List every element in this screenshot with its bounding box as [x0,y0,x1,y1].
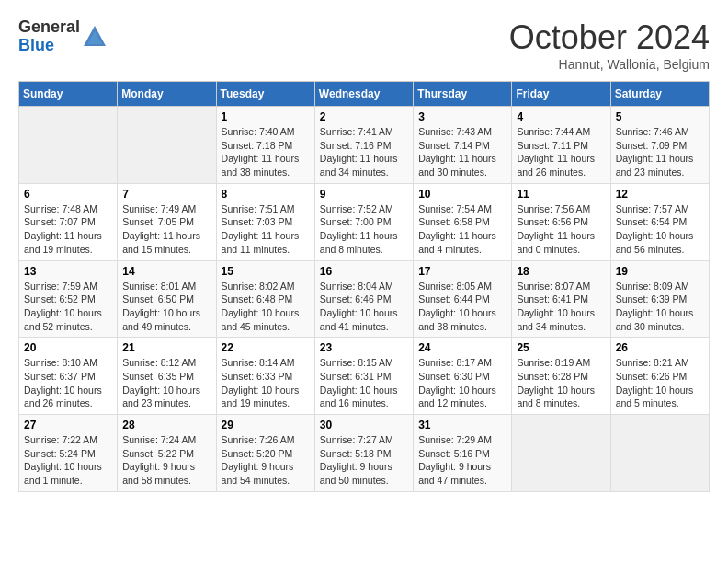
calendar-cell: 23Sunrise: 8:15 AMSunset: 6:31 PMDayligh… [314,338,413,415]
calendar-cell: 30Sunrise: 7:27 AMSunset: 5:18 PMDayligh… [314,415,413,492]
day-number: 30 [320,419,408,431]
calendar-cell: 12Sunrise: 7:57 AMSunset: 6:54 PMDayligh… [610,183,709,260]
day-detail: Sunrise: 7:43 AMSunset: 7:14 PMDaylight:… [418,125,506,179]
day-number: 10 [418,188,506,201]
day-detail: Sunrise: 7:51 AMSunset: 7:03 PMDaylight:… [222,202,310,257]
calendar-cell: 9Sunrise: 7:52 AMSunset: 7:00 PMDaylight… [314,183,413,260]
day-number: 19 [616,265,704,278]
day-number: 25 [517,341,605,354]
day-number: 4 [517,110,605,123]
logo-blue-text: Blue [18,37,80,55]
day-number: 12 [616,188,704,201]
calendar-cell: 14Sunrise: 8:01 AMSunset: 6:50 PMDayligh… [118,260,216,338]
day-number: 13 [24,265,112,278]
calendar-cell: 28Sunrise: 7:24 AMSunset: 5:22 PMDayligh… [118,415,216,492]
calendar-cell: 7Sunrise: 7:49 AMSunset: 7:05 PMDaylight… [118,183,216,260]
calendar-cell: 3Sunrise: 7:43 AMSunset: 7:14 PMDaylight… [414,107,512,184]
day-detail: Sunrise: 8:17 AMSunset: 6:30 PMDaylight:… [418,356,506,410]
day-detail: Sunrise: 7:27 AMSunset: 5:18 PMDaylight:… [320,433,408,488]
day-detail: Sunrise: 8:05 AMSunset: 6:44 PMDaylight:… [418,280,506,334]
day-detail: Sunrise: 7:49 AMSunset: 7:05 PMDaylight:… [122,202,210,257]
day-number: 1 [222,110,310,123]
column-header-tuesday: Tuesday [216,82,314,107]
calendar-cell: 18Sunrise: 8:07 AMSunset: 6:41 PMDayligh… [512,260,610,338]
calendar-cell: 17Sunrise: 8:05 AMSunset: 6:44 PMDayligh… [414,260,512,338]
day-number: 7 [122,188,210,201]
day-detail: Sunrise: 8:02 AMSunset: 6:48 PMDaylight:… [222,280,310,334]
day-number: 21 [122,341,210,354]
day-detail: Sunrise: 7:54 AMSunset: 6:58 PMDaylight:… [418,202,506,257]
calendar-cell: 10Sunrise: 7:54 AMSunset: 6:58 PMDayligh… [414,183,512,260]
day-number: 15 [222,265,310,278]
calendar-cell [19,107,118,184]
calendar-cell: 16Sunrise: 8:04 AMSunset: 6:46 PMDayligh… [314,260,413,338]
calendar-cell: 22Sunrise: 8:14 AMSunset: 6:33 PMDayligh… [216,338,314,415]
calendar-cell: 15Sunrise: 8:02 AMSunset: 6:48 PMDayligh… [216,260,314,338]
day-number: 17 [418,265,506,278]
calendar-week-row: 27Sunrise: 7:22 AMSunset: 5:24 PMDayligh… [19,415,710,492]
day-detail: Sunrise: 8:01 AMSunset: 6:50 PMDaylight:… [122,280,210,334]
day-detail: Sunrise: 8:12 AMSunset: 6:35 PMDaylight:… [122,356,210,410]
calendar-cell: 5Sunrise: 7:46 AMSunset: 7:09 PMDaylight… [610,107,709,184]
day-detail: Sunrise: 7:41 AMSunset: 7:16 PMDaylight:… [320,125,408,179]
calendar-cell: 1Sunrise: 7:40 AMSunset: 7:18 PMDaylight… [216,107,314,184]
column-header-monday: Monday [118,82,216,107]
calendar-week-row: 13Sunrise: 7:59 AMSunset: 6:52 PMDayligh… [19,260,710,338]
calendar-cell: 24Sunrise: 8:17 AMSunset: 6:30 PMDayligh… [414,338,512,415]
day-number: 14 [122,265,210,278]
day-detail: Sunrise: 8:14 AMSunset: 6:33 PMDaylight:… [222,356,310,410]
calendar-cell: 29Sunrise: 7:26 AMSunset: 5:20 PMDayligh… [216,415,314,492]
day-number: 6 [24,188,112,201]
day-detail: Sunrise: 7:22 AMSunset: 5:24 PMDaylight:… [24,433,112,488]
day-number: 9 [320,188,408,201]
calendar-cell: 25Sunrise: 8:19 AMSunset: 6:28 PMDayligh… [512,338,610,415]
calendar-cell: 26Sunrise: 8:21 AMSunset: 6:26 PMDayligh… [610,338,709,415]
day-detail: Sunrise: 8:15 AMSunset: 6:31 PMDaylight:… [320,356,408,410]
calendar-cell: 21Sunrise: 8:12 AMSunset: 6:35 PMDayligh… [118,338,216,415]
day-detail: Sunrise: 8:07 AMSunset: 6:41 PMDaylight:… [517,280,605,334]
day-number: 22 [222,341,310,354]
calendar-cell: 20Sunrise: 8:10 AMSunset: 6:37 PMDayligh… [19,338,118,415]
column-header-friday: Friday [512,82,610,107]
day-detail: Sunrise: 7:52 AMSunset: 7:00 PMDaylight:… [320,202,408,257]
calendar-cell [118,107,216,184]
column-header-thursday: Thursday [414,82,512,107]
day-number: 23 [320,341,408,354]
day-number: 18 [517,265,605,278]
calendar-cell: 2Sunrise: 7:41 AMSunset: 7:16 PMDaylight… [314,107,413,184]
day-detail: Sunrise: 7:40 AMSunset: 7:18 PMDaylight:… [222,125,310,179]
calendar-cell: 4Sunrise: 7:44 AMSunset: 7:11 PMDaylight… [512,107,610,184]
column-header-sunday: Sunday [19,82,118,107]
location-subtitle: Hannut, Wallonia, Belgium [509,57,710,72]
day-detail: Sunrise: 8:10 AMSunset: 6:37 PMDaylight:… [24,356,112,410]
day-detail: Sunrise: 7:44 AMSunset: 7:11 PMDaylight:… [517,125,605,179]
calendar-cell: 27Sunrise: 7:22 AMSunset: 5:24 PMDayligh… [19,415,118,492]
day-detail: Sunrise: 8:04 AMSunset: 6:46 PMDaylight:… [320,280,408,334]
day-detail: Sunrise: 7:59 AMSunset: 6:52 PMDaylight:… [24,280,112,334]
day-number: 28 [122,419,210,431]
calendar-cell: 6Sunrise: 7:48 AMSunset: 7:07 PMDaylight… [19,183,118,260]
day-number: 24 [418,341,506,354]
calendar-cell: 11Sunrise: 7:56 AMSunset: 6:56 PMDayligh… [512,183,610,260]
day-number: 3 [418,110,506,123]
title-section: October 2024 Hannut, Wallonia, Belgium [509,18,710,72]
day-number: 31 [418,419,506,431]
calendar-cell: 8Sunrise: 7:51 AMSunset: 7:03 PMDaylight… [216,183,314,260]
calendar-cell: 19Sunrise: 8:09 AMSunset: 6:39 PMDayligh… [610,260,709,338]
calendar-cell: 31Sunrise: 7:29 AMSunset: 5:16 PMDayligh… [414,415,512,492]
calendar-cell [512,415,610,492]
day-detail: Sunrise: 8:21 AMSunset: 6:26 PMDaylight:… [616,356,704,410]
calendar-cell [610,415,709,492]
day-number: 16 [320,265,408,278]
day-number: 2 [320,110,408,123]
day-detail: Sunrise: 8:09 AMSunset: 6:39 PMDaylight:… [616,280,704,334]
calendar-week-row: 20Sunrise: 8:10 AMSunset: 6:37 PMDayligh… [19,338,710,415]
day-number: 5 [616,110,704,123]
calendar-header-row: SundayMondayTuesdayWednesdayThursdayFrid… [19,82,710,107]
calendar-cell: 13Sunrise: 7:59 AMSunset: 6:52 PMDayligh… [19,260,118,338]
day-detail: Sunrise: 7:24 AMSunset: 5:22 PMDaylight:… [122,433,210,488]
day-number: 8 [222,188,310,201]
day-detail: Sunrise: 8:19 AMSunset: 6:28 PMDaylight:… [517,356,605,410]
day-detail: Sunrise: 7:56 AMSunset: 6:56 PMDaylight:… [517,202,605,257]
day-number: 26 [616,341,704,354]
